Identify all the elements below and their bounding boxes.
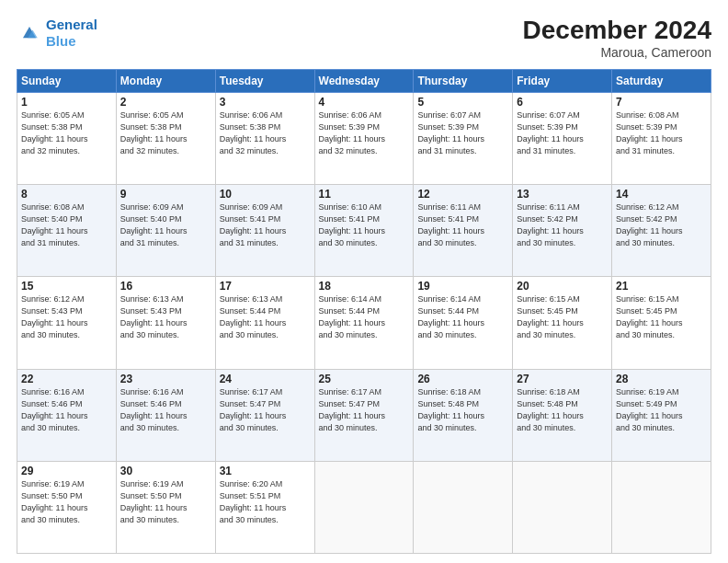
table-row: 22Sunrise: 6:16 AMSunset: 5:46 PMDayligh…: [17, 369, 117, 461]
day-number: 27: [517, 373, 608, 385]
table-row: [612, 461, 711, 553]
calendar-subtitle: Maroua, Cameroon: [523, 45, 711, 60]
day-info: Sunrise: 6:16 AMSunset: 5:46 PMDaylight:…: [120, 386, 211, 434]
table-row: 2Sunrise: 6:05 AMSunset: 5:38 PMDaylight…: [116, 92, 215, 184]
table-row: 3Sunrise: 6:06 AMSunset: 5:38 PMDaylight…: [215, 92, 314, 184]
day-info: Sunrise: 6:08 AMSunset: 5:39 PMDaylight:…: [616, 109, 707, 157]
day-number: 6: [517, 96, 608, 109]
table-row: 4Sunrise: 6:06 AMSunset: 5:39 PMDaylight…: [314, 92, 414, 184]
table-row: 20Sunrise: 6:15 AMSunset: 5:45 PMDayligh…: [513, 277, 612, 369]
table-row: 7Sunrise: 6:08 AMSunset: 5:39 PMDaylight…: [612, 92, 711, 184]
day-info: Sunrise: 6:15 AMSunset: 5:45 PMDaylight:…: [616, 293, 707, 341]
day-info: Sunrise: 6:06 AMSunset: 5:38 PMDaylight:…: [220, 109, 311, 157]
table-row: 23Sunrise: 6:16 AMSunset: 5:46 PMDayligh…: [116, 369, 215, 461]
table-row: 19Sunrise: 6:14 AMSunset: 5:44 PMDayligh…: [414, 277, 513, 369]
day-info: Sunrise: 6:07 AMSunset: 5:39 PMDaylight:…: [517, 109, 608, 157]
calendar-title: December 2024: [523, 17, 711, 45]
day-info: Sunrise: 6:20 AMSunset: 5:51 PMDaylight:…: [220, 478, 311, 526]
table-row: 15Sunrise: 6:12 AMSunset: 5:43 PMDayligh…: [17, 277, 117, 369]
day-info: Sunrise: 6:05 AMSunset: 5:38 PMDaylight:…: [120, 109, 211, 157]
day-info: Sunrise: 6:15 AMSunset: 5:45 PMDaylight:…: [517, 293, 608, 341]
table-row: 17Sunrise: 6:13 AMSunset: 5:44 PMDayligh…: [215, 277, 314, 369]
day-number: 12: [417, 188, 508, 201]
day-number: 1: [21, 96, 112, 109]
day-number: 18: [319, 280, 410, 293]
day-info: Sunrise: 6:18 AMSunset: 5:48 PMDaylight:…: [517, 386, 608, 434]
calendar-week-row: 29Sunrise: 6:19 AMSunset: 5:50 PMDayligh…: [17, 461, 711, 553]
page: General Blue December 2024 Maroua, Camer…: [0, 0, 728, 563]
table-row: 10Sunrise: 6:09 AMSunset: 5:41 PMDayligh…: [215, 185, 314, 277]
day-info: Sunrise: 6:12 AMSunset: 5:43 PMDaylight:…: [21, 293, 112, 341]
day-number: 28: [616, 373, 707, 385]
day-info: Sunrise: 6:13 AMSunset: 5:43 PMDaylight:…: [120, 293, 211, 341]
calendar-week-row: 8Sunrise: 6:08 AMSunset: 5:40 PMDaylight…: [17, 185, 711, 277]
day-number: 7: [616, 96, 707, 109]
day-info: Sunrise: 6:11 AMSunset: 5:42 PMDaylight:…: [517, 201, 608, 249]
day-info: Sunrise: 6:19 AMSunset: 5:50 PMDaylight:…: [21, 478, 112, 526]
day-number: 5: [417, 96, 508, 109]
day-info: Sunrise: 6:10 AMSunset: 5:41 PMDaylight:…: [319, 201, 410, 249]
table-row: 1Sunrise: 6:05 AMSunset: 5:38 PMDaylight…: [17, 92, 117, 184]
table-row: 30Sunrise: 6:19 AMSunset: 5:50 PMDayligh…: [116, 461, 215, 553]
table-row: 21Sunrise: 6:15 AMSunset: 5:45 PMDayligh…: [612, 277, 711, 369]
table-row: 12Sunrise: 6:11 AMSunset: 5:41 PMDayligh…: [414, 185, 513, 277]
logo-icon: [17, 20, 42, 46]
day-number: 13: [517, 188, 608, 201]
day-info: Sunrise: 6:11 AMSunset: 5:41 PMDaylight:…: [417, 201, 508, 249]
day-number: 26: [417, 373, 508, 385]
table-row: 11Sunrise: 6:10 AMSunset: 5:41 PMDayligh…: [314, 185, 414, 277]
day-number: 8: [21, 188, 112, 201]
table-row: [314, 461, 414, 553]
table-row: 9Sunrise: 6:09 AMSunset: 5:40 PMDaylight…: [116, 185, 215, 277]
day-number: 11: [319, 188, 410, 201]
logo: General Blue: [17, 17, 97, 50]
col-friday: Friday: [513, 69, 612, 92]
logo-text: General Blue: [46, 17, 97, 50]
day-number: 31: [220, 465, 311, 477]
calendar-table: Sunday Monday Tuesday Wednesday Thursday…: [17, 69, 711, 554]
day-info: Sunrise: 6:06 AMSunset: 5:39 PMDaylight:…: [319, 109, 410, 157]
calendar-week-row: 15Sunrise: 6:12 AMSunset: 5:43 PMDayligh…: [17, 277, 711, 369]
day-number: 10: [220, 188, 311, 201]
col-sunday: Sunday: [17, 69, 117, 92]
day-info: Sunrise: 6:08 AMSunset: 5:40 PMDaylight:…: [21, 201, 112, 249]
day-info: Sunrise: 6:17 AMSunset: 5:47 PMDaylight:…: [220, 386, 311, 434]
header: General Blue December 2024 Maroua, Camer…: [17, 17, 711, 60]
table-row: 13Sunrise: 6:11 AMSunset: 5:42 PMDayligh…: [513, 185, 612, 277]
table-row: 18Sunrise: 6:14 AMSunset: 5:44 PMDayligh…: [314, 277, 414, 369]
day-number: 14: [616, 188, 707, 201]
logo-line1: General: [46, 17, 97, 32]
table-row: 26Sunrise: 6:18 AMSunset: 5:48 PMDayligh…: [414, 369, 513, 461]
table-row: 16Sunrise: 6:13 AMSunset: 5:43 PMDayligh…: [116, 277, 215, 369]
day-info: Sunrise: 6:17 AMSunset: 5:47 PMDaylight:…: [319, 386, 410, 434]
table-row: [414, 461, 513, 553]
day-info: Sunrise: 6:19 AMSunset: 5:49 PMDaylight:…: [616, 386, 707, 434]
day-number: 29: [21, 465, 112, 477]
col-thursday: Thursday: [414, 69, 513, 92]
col-tuesday: Tuesday: [215, 69, 314, 92]
day-number: 21: [616, 280, 707, 293]
table-row: 28Sunrise: 6:19 AMSunset: 5:49 PMDayligh…: [612, 369, 711, 461]
day-number: 9: [120, 188, 211, 201]
title-block: December 2024 Maroua, Cameroon: [523, 17, 711, 60]
table-row: 5Sunrise: 6:07 AMSunset: 5:39 PMDaylight…: [414, 92, 513, 184]
day-number: 19: [417, 280, 508, 293]
day-info: Sunrise: 6:07 AMSunset: 5:39 PMDaylight:…: [417, 109, 508, 157]
day-number: 16: [120, 280, 211, 293]
day-info: Sunrise: 6:12 AMSunset: 5:42 PMDaylight:…: [616, 201, 707, 249]
table-row: 24Sunrise: 6:17 AMSunset: 5:47 PMDayligh…: [215, 369, 314, 461]
logo-line2: Blue: [46, 33, 76, 49]
day-info: Sunrise: 6:05 AMSunset: 5:38 PMDaylight:…: [21, 109, 112, 157]
day-number: 22: [21, 373, 112, 385]
day-number: 30: [120, 465, 211, 477]
day-info: Sunrise: 6:19 AMSunset: 5:50 PMDaylight:…: [120, 478, 211, 526]
day-number: 2: [120, 96, 211, 109]
day-info: Sunrise: 6:09 AMSunset: 5:40 PMDaylight:…: [120, 201, 211, 249]
day-number: 15: [21, 280, 112, 293]
calendar-week-row: 1Sunrise: 6:05 AMSunset: 5:38 PMDaylight…: [17, 92, 711, 184]
table-row: 31Sunrise: 6:20 AMSunset: 5:51 PMDayligh…: [215, 461, 314, 553]
table-row: 25Sunrise: 6:17 AMSunset: 5:47 PMDayligh…: [314, 369, 414, 461]
day-info: Sunrise: 6:18 AMSunset: 5:48 PMDaylight:…: [417, 386, 508, 434]
day-number: 17: [220, 280, 311, 293]
table-row: 27Sunrise: 6:18 AMSunset: 5:48 PMDayligh…: [513, 369, 612, 461]
